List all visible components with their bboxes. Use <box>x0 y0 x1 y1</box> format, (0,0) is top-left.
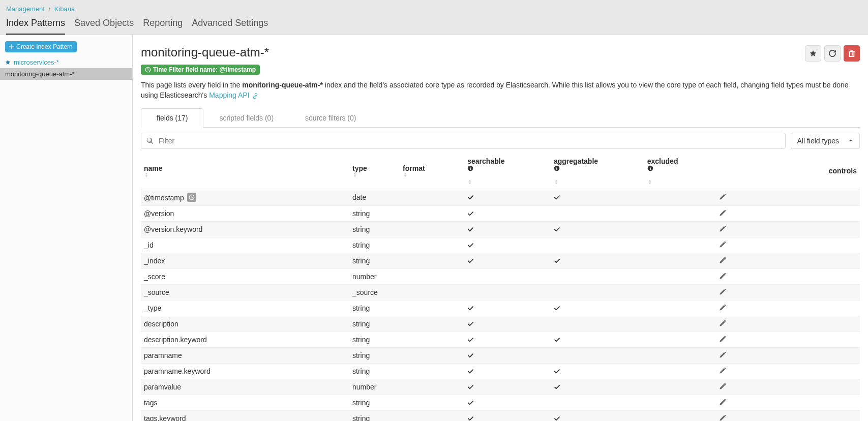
check-icon <box>467 194 474 200</box>
table-row: _indexstring <box>141 253 860 268</box>
main-content: monitoring-queue-atm-* Time Filter field… <box>133 35 868 421</box>
col-searchable[interactable]: searchable <box>464 153 551 189</box>
cell-format <box>400 237 464 253</box>
top-tab[interactable]: Saved Objects <box>74 16 134 35</box>
cell-searchable <box>464 268 551 284</box>
cell-controls <box>716 205 860 221</box>
caret-down-icon <box>848 138 853 143</box>
cell-type: string <box>349 221 400 237</box>
refresh-icon <box>829 50 836 57</box>
edit-field-button[interactable] <box>719 399 857 406</box>
subtab[interactable]: scripted fields (0) <box>203 108 289 128</box>
cell-format <box>400 221 464 237</box>
info-icon <box>554 165 641 171</box>
cell-searchable <box>464 205 551 221</box>
col-format[interactable]: format <box>400 153 464 189</box>
cell-aggregatable <box>551 221 644 237</box>
edit-field-button[interactable] <box>719 368 857 374</box>
cell-controls <box>716 253 860 268</box>
col-controls: controls <box>716 153 860 189</box>
cell-format <box>400 410 464 421</box>
sort-icon <box>467 179 548 185</box>
cell-name: paramname <box>141 347 349 363</box>
cell-excluded <box>644 395 716 410</box>
cell-type: string <box>349 410 400 421</box>
cell-type: string <box>349 205 400 221</box>
cell-format <box>400 332 464 347</box>
cell-type: string <box>349 332 400 347</box>
cell-type: number <box>349 268 400 284</box>
sort-icon <box>352 172 397 177</box>
check-icon <box>467 320 474 327</box>
edit-field-button[interactable] <box>719 383 857 390</box>
cell-searchable <box>464 410 551 421</box>
edit-field-button[interactable] <box>719 226 857 232</box>
create-index-pattern-button[interactable]: Create Index Pattern <box>5 41 77 52</box>
table-row: tags.keywordstring <box>141 410 860 421</box>
edit-field-button[interactable] <box>719 305 857 311</box>
top-tab[interactable]: Advanced Settings <box>192 16 268 35</box>
cell-name: paramname.keyword <box>141 363 349 379</box>
col-aggregatable[interactable]: aggregatable <box>551 153 644 189</box>
star-icon <box>810 50 817 57</box>
sidebar-index-pattern-item[interactable]: microservices-* <box>0 56 132 68</box>
table-row: descriptionstring <box>141 316 860 332</box>
cell-searchable <box>464 316 551 332</box>
sidebar: Create Index Pattern microservices-*moni… <box>0 35 133 421</box>
cell-type: _source <box>349 284 400 300</box>
pencil-icon <box>719 352 726 358</box>
edit-field-button[interactable] <box>719 352 857 358</box>
table-row: paramnamestring <box>141 347 860 363</box>
edit-field-button[interactable] <box>719 257 857 264</box>
check-icon <box>467 305 474 311</box>
col-name[interactable]: name <box>141 153 349 189</box>
edit-field-button[interactable] <box>719 273 857 280</box>
subtab[interactable]: source filters (0) <box>289 108 372 128</box>
clock-icon <box>145 67 151 73</box>
pencil-icon <box>719 257 726 264</box>
top-tab[interactable]: Index Patterns <box>6 16 65 35</box>
field-type-dropdown[interactable]: All field types <box>791 133 860 149</box>
cell-controls <box>716 268 860 284</box>
col-excluded[interactable]: excluded <box>644 153 716 189</box>
sidebar-index-pattern-item[interactable]: monitoring-queue-atm-* <box>0 68 132 80</box>
refresh-fields-button[interactable] <box>824 45 841 62</box>
edit-field-button[interactable] <box>719 415 857 421</box>
pencil-icon <box>719 242 726 248</box>
breadcrumb-kibana[interactable]: Kibana <box>54 5 75 13</box>
check-icon <box>467 210 474 217</box>
breadcrumb-management[interactable]: Management <box>6 5 45 13</box>
sort-icon <box>403 172 461 177</box>
cell-type: number <box>349 379 400 395</box>
delete-pattern-button[interactable] <box>844 45 860 62</box>
set-default-button[interactable] <box>805 45 821 62</box>
filter-input-wrapper[interactable] <box>141 133 786 149</box>
edit-field-button[interactable] <box>719 320 857 327</box>
filter-input[interactable] <box>158 136 780 145</box>
cell-name: _score <box>141 268 349 284</box>
table-row: description.keywordstring <box>141 332 860 347</box>
edit-field-button[interactable] <box>719 210 857 217</box>
top-tab[interactable]: Reporting <box>143 16 183 35</box>
cell-searchable <box>464 332 551 347</box>
trash-icon <box>848 50 855 57</box>
time-field-icon <box>187 193 196 202</box>
pencil-icon <box>719 273 726 280</box>
cell-type: date <box>349 189 400 205</box>
col-type[interactable]: type <box>349 153 400 189</box>
cell-type: string <box>349 347 400 363</box>
edit-field-button[interactable] <box>719 242 857 248</box>
check-icon <box>554 194 560 200</box>
subtab[interactable]: fields (17) <box>141 108 203 128</box>
cell-controls <box>716 189 860 205</box>
cell-controls <box>716 316 860 332</box>
mapping-api-link[interactable]: Mapping API <box>209 91 249 99</box>
sidebar-item-label: microservices-* <box>14 58 59 66</box>
edit-field-button[interactable] <box>719 289 857 295</box>
edit-field-button[interactable] <box>719 194 857 200</box>
check-icon <box>554 305 560 311</box>
cell-format <box>400 300 464 316</box>
cell-searchable <box>464 237 551 253</box>
edit-field-button[interactable] <box>719 336 857 343</box>
fields-table: name type format searchable <box>141 153 860 421</box>
